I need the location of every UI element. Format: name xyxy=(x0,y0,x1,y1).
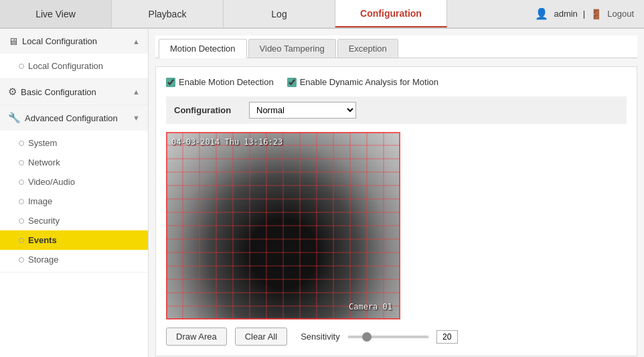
dot-icon xyxy=(19,257,24,263)
main-layout: 🖥 Local Configuration ▲ Local Configurat… xyxy=(0,29,644,357)
events-label: Events xyxy=(28,235,57,245)
nav-spacer xyxy=(447,0,525,27)
local-config-item-label: Local Configuration xyxy=(28,61,103,71)
logout-link[interactable]: Logout xyxy=(607,9,634,19)
local-config-items: Local Configuration xyxy=(0,54,148,78)
camera-view: 04-03-2014 Thu 13:16:23 Camera 01 xyxy=(166,132,400,319)
sidebar-item-events[interactable]: Events xyxy=(0,230,148,250)
sidebar-item-storage[interactable]: Storage xyxy=(0,250,148,269)
controls-row: Draw Area Clear All Sensitivity 20 xyxy=(166,328,627,346)
sidebar: 🖥 Local Configuration ▲ Local Configurat… xyxy=(0,29,149,357)
sidebar-item-security[interactable]: Security xyxy=(0,211,148,230)
network-label: Network xyxy=(28,157,60,167)
sidebar-item-system[interactable]: System xyxy=(0,133,148,153)
sub-tab-exception[interactable]: Exception xyxy=(337,39,398,58)
top-navigation: Live View Playback Log Configuration 👤 a… xyxy=(0,0,644,29)
user-info: 👤 admin | 🚪 Logout xyxy=(525,0,644,27)
enable-dynamic-checkbox[interactable] xyxy=(287,78,297,87)
enable-motion-checkbox[interactable] xyxy=(166,78,175,87)
dot-icon xyxy=(19,218,24,224)
sub-tabs: Motion Detection Video Tampering Excepti… xyxy=(155,35,637,58)
dot-icon xyxy=(19,180,24,185)
sidebar-section-basic: ⚙ Basic Configuration ▲ xyxy=(0,79,148,105)
dot-icon xyxy=(19,141,24,146)
advanced-config-items: System Network Video/Audio Image Securit… xyxy=(0,131,148,272)
grid-svg xyxy=(166,132,400,319)
advanced-config-chevron: ▼ xyxy=(133,114,140,122)
sidebar-item-video-audio[interactable]: Video/Audio xyxy=(0,172,148,192)
camera-id: Camera 01 xyxy=(349,302,392,311)
logout-icon: 🚪 xyxy=(590,9,602,19)
dot-icon xyxy=(19,238,24,243)
configuration-row: Configuration Normal Expert xyxy=(166,96,627,124)
local-config-label: Local Configuration xyxy=(22,36,97,46)
sidebar-header-advanced[interactable]: 🔧 Advanced Configuration ▼ xyxy=(0,105,148,131)
sidebar-item-local-configuration[interactable]: Local Configuration xyxy=(0,56,148,76)
sensitivity-value: 20 xyxy=(436,330,458,344)
basic-config-icon: ⚙ xyxy=(8,86,17,98)
tab-log[interactable]: Log xyxy=(224,0,335,27)
sub-tab-motion-detection[interactable]: Motion Detection xyxy=(159,39,247,58)
tab-configuration[interactable]: Configuration xyxy=(335,0,447,27)
sensitivity-label: Sensitivity xyxy=(301,332,340,342)
sidebar-header-local[interactable]: 🖥 Local Configuration ▲ xyxy=(0,29,148,54)
config-panel: Enable Motion Detection Enable Dynamic A… xyxy=(155,66,637,356)
config-row-label: Configuration xyxy=(174,105,241,115)
checkboxes-row: Enable Motion Detection Enable Dynamic A… xyxy=(166,77,627,87)
sub-tab-video-tampering[interactable]: Video Tampering xyxy=(248,39,336,58)
content-area: Motion Detection Video Tampering Excepti… xyxy=(149,29,644,357)
local-config-icon: 🖥 xyxy=(8,35,18,47)
storage-label: Storage xyxy=(28,255,59,265)
enable-dynamic-label[interactable]: Enable Dynamic Analysis for Motion xyxy=(287,77,438,87)
tab-live-view[interactable]: Live View xyxy=(0,0,112,27)
dot-icon xyxy=(19,64,24,69)
video-audio-label: Video/Audio xyxy=(28,177,75,187)
advanced-config-label: Advanced Configuration xyxy=(25,113,118,123)
image-label: Image xyxy=(28,196,52,206)
sensitivity-slider[interactable] xyxy=(348,336,428,338)
sidebar-item-image[interactable]: Image xyxy=(0,192,148,211)
dot-icon xyxy=(19,160,24,165)
security-label: Security xyxy=(28,216,60,226)
dot-icon xyxy=(19,199,24,204)
enable-motion-text: Enable Motion Detection xyxy=(179,77,274,87)
local-config-chevron: ▲ xyxy=(133,38,140,46)
tab-playback[interactable]: Playback xyxy=(112,0,224,27)
username: admin xyxy=(554,9,577,19)
system-label: System xyxy=(28,138,57,148)
basic-config-label: Basic Configuration xyxy=(21,87,96,97)
basic-config-chevron: ▲ xyxy=(133,88,140,96)
separator: | xyxy=(583,9,585,19)
sidebar-item-network[interactable]: Network xyxy=(0,153,148,172)
advanced-config-icon: 🔧 xyxy=(8,112,21,124)
clear-all-button[interactable]: Clear All xyxy=(235,328,287,346)
enable-motion-label[interactable]: Enable Motion Detection xyxy=(166,77,274,87)
configuration-select[interactable]: Normal Expert xyxy=(249,102,356,119)
camera-timestamp: 04-03-2014 Thu 13:16:23 xyxy=(171,137,283,147)
sidebar-header-basic[interactable]: ⚙ Basic Configuration ▲ xyxy=(0,79,148,104)
sidebar-section-local: 🖥 Local Configuration ▲ Local Configurat… xyxy=(0,29,148,79)
draw-area-button[interactable]: Draw Area xyxy=(166,328,227,346)
motion-grid-overlay xyxy=(166,132,400,319)
user-icon: 👤 xyxy=(535,7,548,20)
sidebar-section-advanced: 🔧 Advanced Configuration ▼ System Networ… xyxy=(0,105,148,273)
enable-dynamic-text: Enable Dynamic Analysis for Motion xyxy=(300,77,438,87)
